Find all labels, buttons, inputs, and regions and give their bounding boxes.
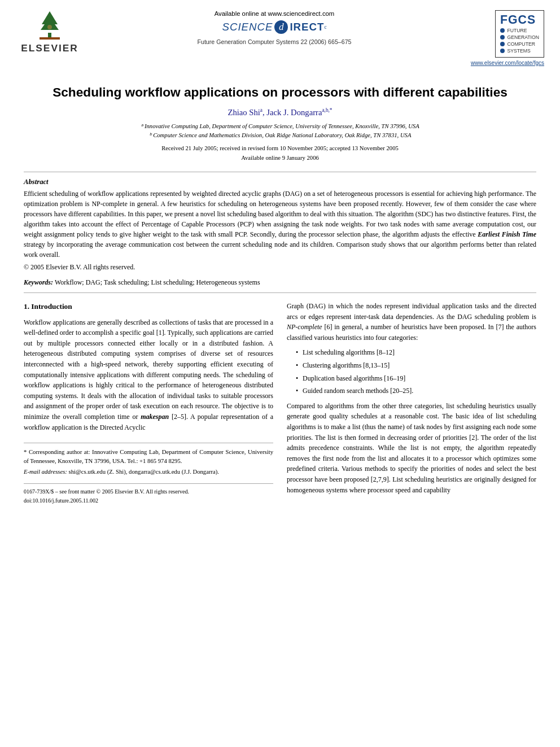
svg-rect-3 [40,37,60,40]
journal-header-center: Available online at www.sciencedirect.co… [84,10,465,45]
list-item-3: Duplication based algorithms [16–19] [296,373,536,384]
footer-info: 0167-739X/$ – see front matter © 2005 El… [24,483,273,505]
elsevier-logo-section: ELSEVIER [16,10,84,54]
list-item-4: Guided random search methods [20–25]. [296,386,536,396]
divider-bottom [24,292,536,293]
left-column: 1. Introduction Workflow applications ar… [24,301,273,505]
abstract-section: Abstract Efficient scheduling of workflo… [24,178,536,272]
footer-issn: 0167-739X/$ – see front matter © 2005 El… [24,487,273,496]
right-column: Graph (DAG) in which the nodes represent… [287,301,536,505]
article-dates: Received 21 July 2005; received in revis… [24,143,536,163]
footnote-star-text: * Corresponding author at: Innovative Co… [24,448,273,466]
sd-circle-icon: d [274,20,288,34]
sciencedirect-logo: SCIENCE d IRECT c [84,20,465,34]
affiliation-a: ᵃ Innovative Computing Lab, Department o… [24,122,536,131]
copyright: © 2005 Elsevier B.V. All rights reserved… [24,263,536,272]
keywords-label: Keywords: [24,278,55,286]
keywords: Keywords: Workflow; DAG; Task scheduling… [24,278,536,287]
intro-para-1: Workflow applications are generally desc… [24,317,273,433]
elsevier-wordmark: ELSEVIER [21,42,78,54]
article-body: Scheduling workflow applications on proc… [0,84,560,506]
abstract-title: Abstract [24,178,536,186]
keywords-text: Workflow; DAG; Task scheduling; List sch… [55,278,260,286]
journal-name: Future Generation Computer Systems 22 (2… [84,38,465,45]
footer-doi: doi:10.1016/j.future.2005.11.002 [24,496,273,505]
elsevier-tree-icon [29,10,70,41]
available-online-text: Available online at www.sciencedirect.co… [84,10,465,17]
svg-point-4 [47,25,52,29]
elsevier-url[interactable]: www.elsevier.com/locate/fgcs [471,60,544,66]
fgcs-title: FGCS [500,13,539,27]
page: ELSEVIER Available online at www.science… [0,0,560,747]
heuristics-list: List scheduling algorithms [8–12] Cluste… [296,347,536,396]
science-text: SCIENCE [222,21,273,33]
abstract-text: Efficient scheduling of workflow applica… [24,189,536,260]
intro-para-right-1: Graph (DAG) in which the nodes represent… [287,301,536,343]
affiliations: ᵃ Innovative Computing Lab, Department o… [24,122,536,140]
footnote-email: E-mail addresses: shi@cs.utk.edu (Z. Shi… [24,468,273,477]
fgcs-box: FGCS FUTURE GENERATION COMPUTER SYSTEMS [495,10,544,58]
intro-title: 1. Introduction [24,301,273,313]
fgcs-subtitle: FUTURE GENERATION COMPUTER SYSTEMS [500,27,539,55]
direct-text: IRECT [290,21,324,33]
list-item-2: Clustering algorithms [8,13–15] [296,360,536,371]
page-header: ELSEVIER Available online at www.science… [0,0,560,71]
authors: Zhiao Shia, Jack J. Dongarraa,b,* [24,107,536,117]
footnote-section: * Corresponding author at: Innovative Co… [24,443,273,477]
elsevier-logo: ELSEVIER [16,10,84,54]
sd-registered: c [324,24,326,30]
two-column-layout: 1. Introduction Workflow applications ar… [24,301,536,505]
article-title: Scheduling workflow applications on proc… [24,84,536,101]
fgcs-section: FGCS FUTURE GENERATION COMPUTER SYSTEMS … [465,10,544,66]
intro-para-right-2: Compared to algorithms from the other th… [287,401,536,495]
affiliation-b: ᵇ Computer Science and Mathematics Divis… [24,131,536,140]
list-item-1: List scheduling algorithms [8–12] [296,347,536,358]
divider-top [24,172,536,172]
